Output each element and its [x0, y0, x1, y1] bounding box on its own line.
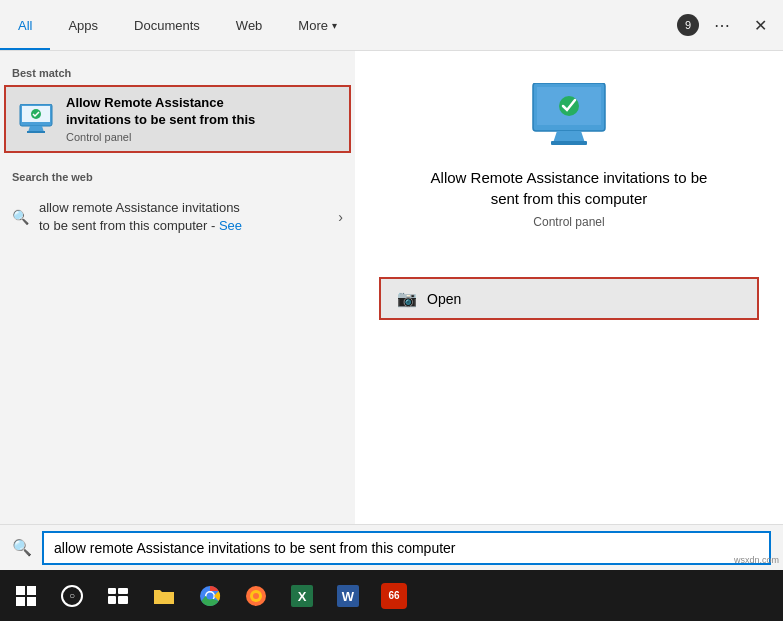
app-66-button[interactable]: 66: [372, 574, 416, 618]
best-match-item[interactable]: Allow Remote Assistanceinvitations to be…: [4, 85, 351, 153]
svg-rect-13: [108, 588, 116, 594]
watermark: wsxdn.com: [734, 555, 779, 565]
svg-rect-15: [108, 596, 116, 604]
svg-point-20: [207, 592, 214, 599]
svg-rect-11: [16, 597, 25, 606]
open-button[interactable]: 📷 Open: [381, 279, 757, 318]
close-button[interactable]: ✕: [745, 10, 775, 40]
svg-rect-16: [118, 596, 128, 604]
open-icon: 📷: [397, 289, 417, 308]
svg-rect-9: [16, 586, 25, 595]
web-search-text: allow remote Assistance invitationsto be…: [39, 199, 328, 235]
web-search-section: Search the web 🔍 allow remote Assistance…: [0, 167, 355, 245]
left-panel: Best match Allow Remote Assista: [0, 51, 355, 560]
right-panel-title: Allow Remote Assistance invitations to b…: [431, 167, 708, 209]
search-input[interactable]: [42, 531, 771, 565]
best-match-title: Allow Remote Assistanceinvitations to be…: [66, 95, 337, 129]
tab-apps[interactable]: Apps: [50, 0, 116, 50]
svg-text:X: X: [298, 589, 307, 604]
svg-rect-12: [27, 597, 36, 606]
taskbar: ○: [0, 570, 783, 621]
svg-rect-14: [118, 588, 128, 594]
best-match-subtitle: Control panel: [66, 131, 337, 143]
svg-rect-10: [27, 586, 36, 595]
tab-web[interactable]: Web: [218, 0, 281, 50]
open-button-container: 📷 Open: [379, 277, 759, 320]
svg-rect-8: [551, 141, 587, 145]
svg-rect-2: [27, 131, 45, 133]
circle-search-icon: ○: [61, 585, 83, 607]
file-explorer-button[interactable]: [142, 574, 186, 618]
best-match-label: Best match: [0, 63, 355, 85]
right-panel: Allow Remote Assistance invitations to b…: [355, 51, 783, 560]
right-panel-subtitle: Control panel: [533, 215, 604, 229]
chevron-down-icon: ▾: [332, 20, 337, 31]
taskbar-search-button[interactable]: ○: [50, 574, 94, 618]
chrome-button[interactable]: [188, 574, 232, 618]
search-bar-icon: 🔍: [12, 538, 32, 557]
web-search-item[interactable]: 🔍 allow remote Assistance invitationsto …: [0, 189, 355, 245]
tab-all[interactable]: All: [0, 0, 50, 50]
tab-more[interactable]: More ▾: [280, 0, 355, 50]
control-panel-icon: [18, 101, 54, 137]
tab-bar-actions: 9 ⋯ ✕: [677, 0, 783, 50]
svg-point-23: [253, 593, 259, 599]
best-match-text: Allow Remote Assistanceinvitations to be…: [66, 95, 337, 143]
svg-text:W: W: [342, 589, 355, 604]
svg-rect-17: [154, 593, 174, 604]
more-options-button[interactable]: ⋯: [707, 10, 737, 40]
windows-start-button[interactable]: [4, 574, 48, 618]
firefox-button[interactable]: [234, 574, 278, 618]
notification-badge: 9: [677, 14, 699, 36]
taskview-button[interactable]: [96, 574, 140, 618]
search-icon: 🔍: [12, 209, 29, 225]
right-panel-icon: [529, 81, 609, 151]
search-bar-area: 🔍: [0, 524, 783, 570]
excel-button[interactable]: X: [280, 574, 324, 618]
tab-documents[interactable]: Documents: [116, 0, 218, 50]
tab-bar: All Apps Documents Web More ▾ 9 ⋯ ✕: [0, 0, 783, 51]
web-search-label: Search the web: [0, 167, 355, 189]
word-button[interactable]: W: [326, 574, 370, 618]
arrow-right-icon: ›: [338, 209, 343, 225]
content-area: Best match Allow Remote Assista: [0, 51, 783, 560]
